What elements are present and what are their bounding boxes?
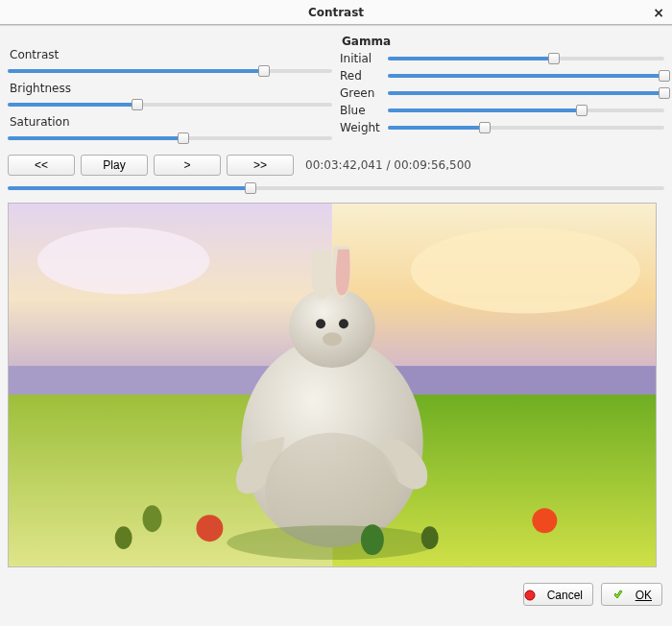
- step-forward-button[interactable]: >: [154, 155, 221, 176]
- contrast-slider[interactable]: [8, 64, 332, 78]
- svg-point-13: [323, 332, 342, 346]
- window-title: Contrast: [308, 6, 364, 19]
- gamma-red-slider[interactable]: [388, 69, 664, 83]
- svg-point-18: [361, 524, 384, 555]
- gamma-green-slider[interactable]: [388, 86, 664, 100]
- gamma-blue-label: Blue: [340, 104, 382, 117]
- play-button[interactable]: Play: [81, 155, 148, 176]
- gamma-initial-label: Initial: [340, 52, 382, 65]
- cancel-button[interactable]: Cancel: [523, 583, 593, 606]
- svg-point-11: [316, 319, 325, 328]
- ok-label: OK: [636, 589, 652, 602]
- svg-point-20: [115, 526, 132, 549]
- svg-point-3: [411, 228, 640, 314]
- gamma-title: Gamma: [342, 35, 664, 48]
- gamma-red-label: Red: [340, 69, 382, 83]
- brightness-label: Brightness: [10, 82, 332, 95]
- gamma-panel: Gamma Initial Red Green Blue: [340, 35, 664, 149]
- gamma-blue-slider[interactable]: [388, 104, 664, 117]
- playback-controls: << Play > >> 00:03:42,041 / 00:09:56,500: [8, 155, 664, 176]
- svg-point-2: [37, 228, 209, 295]
- svg-point-16: [196, 515, 223, 542]
- saturation-label: Saturation: [10, 115, 332, 129]
- cancel-label: Cancel: [547, 589, 583, 602]
- video-preview: [8, 203, 657, 567]
- timecode-readout: 00:03:42,041 / 00:09:56,500: [305, 158, 471, 172]
- titlebar: Contrast ×: [0, 0, 672, 25]
- svg-point-10: [289, 288, 375, 369]
- gamma-initial-slider[interactable]: [388, 52, 664, 65]
- contrast-label: Contrast: [10, 48, 332, 61]
- saturation-slider[interactable]: [8, 132, 332, 145]
- svg-point-17: [532, 508, 557, 533]
- svg-point-12: [339, 319, 348, 328]
- gamma-weight-slider[interactable]: [388, 121, 664, 134]
- image-adjust-panel: Contrast Brightness Saturation: [8, 35, 332, 149]
- gamma-green-label: Green: [340, 86, 382, 100]
- gamma-weight-label: Weight: [340, 121, 382, 134]
- svg-point-15: [227, 525, 437, 560]
- svg-point-19: [143, 505, 162, 532]
- ok-button[interactable]: OK: [601, 583, 662, 606]
- svg-point-22: [525, 590, 535, 600]
- seek-slider[interactable]: [8, 181, 664, 195]
- dialog-footer: Cancel OK: [0, 573, 672, 614]
- svg-point-21: [421, 526, 439, 549]
- close-icon[interactable]: ×: [653, 0, 664, 25]
- fast-forward-button[interactable]: >>: [227, 155, 294, 176]
- ok-icon: [612, 590, 624, 601]
- brightness-slider[interactable]: [8, 98, 332, 111]
- rewind-button[interactable]: <<: [8, 155, 75, 176]
- cancel-icon: [524, 590, 536, 601]
